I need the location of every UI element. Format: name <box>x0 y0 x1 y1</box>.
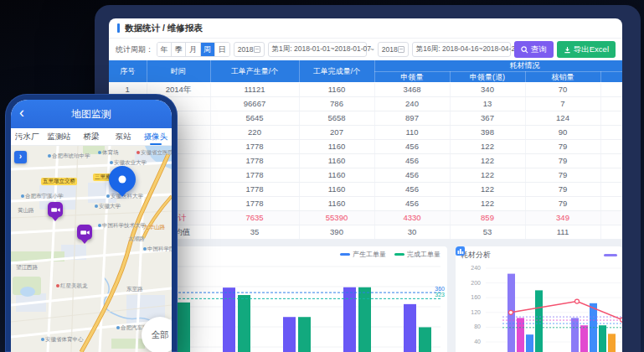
breadcrumb-accent <box>117 23 120 33</box>
phone-frame: ‹ 地图监测 污水厂 监测站 桥梁 泵站 摄像头 <box>5 94 178 352</box>
table-row: 2202071103989019 <box>109 125 622 139</box>
period-month[interactable]: 月 <box>186 43 200 56</box>
legend-item: 完成工单量 <box>394 250 440 259</box>
map-label: 黄山路 <box>18 208 34 214</box>
tab-camera[interactable]: 摄像头 <box>140 128 172 145</box>
breadcrumb-text: 数据统计 / 维修报表 <box>125 23 203 34</box>
report-table-wrap: 序号 时间 工单产生量/个 工单完成量/个 耗材情况 申领量 申领量(退) 核销… <box>109 60 622 240</box>
breadcrumb: 数据统计 / 维修报表 <box>109 18 622 39</box>
table-row: 12014年111211160346834070250 <box>109 82 622 96</box>
map-label: 安徽农业大学 <box>110 160 147 166</box>
export-excel-button[interactable]: 导出Excel <box>557 41 616 58</box>
period-segmented-control: 年 季 月 周 日 <box>157 42 230 57</box>
chart-icon <box>456 246 465 256</box>
tab-bridge[interactable]: 桥梁 <box>75 128 107 145</box>
svg-text:200: 200 <box>471 280 481 286</box>
tab-monitoring-station[interactable]: 监测站 <box>43 128 75 145</box>
table-row: 177811604561227967 <box>109 153 622 168</box>
svg-text:120: 120 <box>471 309 481 315</box>
year-to-select[interactable]: 2018 <box>378 42 409 57</box>
consumables-bar-line-chart: 2402001601208040 <box>456 246 622 352</box>
consumables-chart-card: 耗材分析 2402001601208040 <box>456 246 622 352</box>
download-icon <box>564 46 571 54</box>
phone-tab-bar: 污水厂 监测站 桥梁 泵站 摄像头 <box>11 128 172 146</box>
table-row: 56455658897367124129 <box>109 111 622 125</box>
search-icon <box>521 46 528 54</box>
sub-header-writtenoff: 核销量 <box>525 71 600 82</box>
phone-page-title: 地图监测 <box>71 108 111 120</box>
phone-app-header: ‹ 地图监测 <box>11 100 172 128</box>
week-to-value: 第16周: 2018-04-16~2018-04-22 <box>416 44 519 54</box>
camera-pin[interactable] <box>48 202 63 217</box>
query-button-label: 查询 <box>531 44 547 55</box>
svg-text:360: 360 <box>435 286 445 292</box>
svg-text:160: 160 <box>471 294 481 300</box>
table-row: 177811604561227967 <box>109 196 622 210</box>
svg-text:40: 40 <box>474 339 481 344</box>
map-label: 九华山路 <box>143 225 165 230</box>
all-filter-button[interactable]: 全部 <box>142 317 172 352</box>
map-label: 安徽省体育中心 <box>41 337 84 343</box>
back-icon[interactable]: ‹ <box>19 100 24 128</box>
camera-icon <box>51 206 60 214</box>
tab-sewage-plant[interactable]: 污水厂 <box>11 128 43 145</box>
legend-item: 产生工单量 <box>340 250 386 259</box>
tab-pump-station[interactable]: 泵站 <box>107 128 139 145</box>
calendar-icon <box>398 46 404 53</box>
svg-text:240: 240 <box>471 265 481 271</box>
period-week[interactable]: 周 <box>201 43 215 56</box>
avg-row: 平均值35390305311114 <box>109 225 622 239</box>
table-row: 177811604561227967 <box>109 182 622 196</box>
map-label: 望江西路 <box>16 265 38 271</box>
col-header-created: 工单产生量/个 <box>210 60 299 82</box>
map-canvas[interactable]: 合肥市琥珀中学体育场安徽农业大学安徽省立医院五里墩立交桥三里庵合肥市宁溪小学安徽… <box>11 146 172 352</box>
map-label: 体育场 <box>98 150 119 156</box>
phone-screen: ‹ 地图监测 污水厂 监测站 桥梁 泵站 摄像头 <box>11 100 172 352</box>
range-separator: ~ <box>370 45 374 54</box>
col-header-index: 序号 <box>109 60 147 82</box>
col-group-consumables: 耗材情况 <box>374 60 622 71</box>
map-label: 安徽大学 <box>95 204 121 210</box>
sub-header-returned: 申领量(退) <box>450 71 525 82</box>
dashboard-window: 数据统计 / 维修报表 统计周期： 年 季 月 周 日 2018 第1周: 20… <box>109 18 622 352</box>
week-from-value: 第1周: 2018-01-01~2018-01-07 <box>272 44 371 54</box>
map-label: 中国科学技术大学 <box>98 223 146 229</box>
table-row: 177811604561227967 <box>109 139 622 153</box>
table-row: 96667786240137690 <box>109 96 622 111</box>
selected-location-marker[interactable] <box>109 166 136 193</box>
consumables-chart-title: 耗材分析 <box>461 250 491 261</box>
week-to-input[interactable]: 第16周: 2018-04-16~2018-04-22 <box>412 42 511 57</box>
svg-text:323: 323 <box>435 292 445 298</box>
period-day[interactable]: 日 <box>215 43 229 56</box>
col-header-completed: 工单完成量/个 <box>299 60 374 82</box>
camera-pin[interactable] <box>77 225 92 240</box>
week-from-input[interactable]: 第1周: 2018-01-01~2018-01-07 <box>268 42 367 57</box>
sub-header-total: 总量 <box>600 71 622 82</box>
export-excel-label: 导出Excel <box>574 44 609 55</box>
period-year[interactable]: 年 <box>157 43 172 56</box>
year-from-select[interactable]: 2018 <box>234 42 265 57</box>
calendar-icon <box>254 46 260 53</box>
map-label: 安徽省立医院 <box>137 150 172 156</box>
map-label: 中国科学院 <box>143 246 172 252</box>
map-label: 太湖路 <box>128 236 145 242</box>
period-quarter[interactable]: 季 <box>172 43 186 56</box>
total-row: 合计763555390433085934933 <box>109 210 622 225</box>
map-label: 东至路 <box>126 287 143 292</box>
map-label: 合肥市琥珀中学 <box>48 153 90 159</box>
query-button[interactable]: 查询 <box>514 41 554 58</box>
table-row: 177811604561227967 <box>109 168 622 182</box>
map-label: 红星美凯龙 <box>56 283 88 289</box>
sub-header-requested: 申领量 <box>374 71 450 82</box>
filter-bar: 统计周期： 年 季 月 周 日 2018 第1周: 2018-01-01~201… <box>109 39 622 60</box>
report-table: 序号 时间 工单产生量/个 工单完成量/个 耗材情况 申领量 申领量(退) 核销… <box>109 60 622 240</box>
map-expand-button[interactable]: › <box>14 151 27 163</box>
col-header-time: 时间 <box>147 60 210 82</box>
map-label: 五里墩立交桥 <box>41 178 77 185</box>
consumables-chart-header: 耗材分析 <box>456 246 622 260</box>
map-label: 合肥市宁溪小学 <box>21 194 64 199</box>
year-from-value: 2018 <box>238 45 254 54</box>
chart-legend: 产生工单量完成工单量 <box>340 250 440 259</box>
camera-icon <box>80 229 90 236</box>
year-to-value: 2018 <box>382 45 398 54</box>
